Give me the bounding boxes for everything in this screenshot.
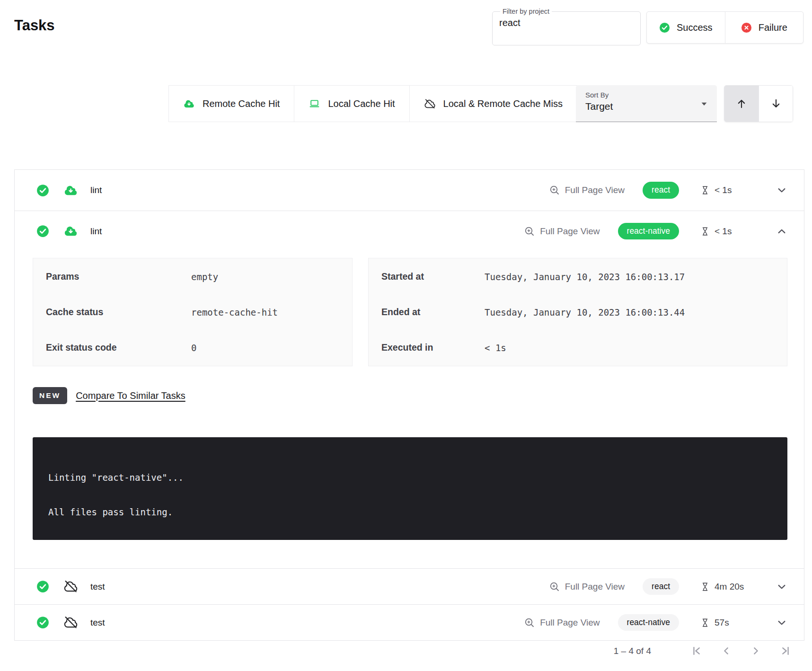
- executed-in-label: Executed in: [381, 342, 485, 353]
- pagination: 1 – 4 of 4: [614, 645, 792, 657]
- page-title: Tasks: [14, 17, 55, 34]
- status-success-icon: [36, 184, 49, 197]
- full-page-view-button[interactable]: Full Page View: [549, 581, 625, 592]
- task-detail-section: Params empty Cache status remote-cache-h…: [15, 251, 804, 568]
- check-circle-icon: [659, 22, 670, 33]
- started-at-value: Tuesday, January 10, 2023 16:00:13.17: [485, 272, 685, 282]
- task-row[interactable]: test Full Page View react-native 57s: [15, 604, 804, 640]
- hourglass-icon: [700, 185, 710, 195]
- remote-cache-hit-filter-button[interactable]: Remote Cache Hit: [168, 85, 294, 122]
- sort-ascending-button[interactable]: [724, 86, 759, 122]
- exit-code-value: 0: [191, 343, 196, 353]
- task-row-actions: Full Page View react-native 57s: [524, 614, 792, 631]
- task-row[interactable]: lint Full Page View react < 1s: [15, 170, 804, 211]
- zoom-in-icon: [524, 617, 535, 628]
- terminal-line: All files pass linting.: [48, 507, 787, 517]
- task-name: test: [90, 618, 105, 628]
- status-success-icon: [36, 580, 49, 593]
- hourglass-icon: [700, 226, 710, 237]
- success-filter-button[interactable]: Success: [647, 12, 725, 43]
- project-filter-label: Filter by project: [500, 8, 552, 15]
- cache-miss-icon: [63, 615, 78, 630]
- success-filter-label: Success: [677, 22, 713, 33]
- cache-miss-icon: [63, 579, 78, 594]
- task-row[interactable]: test Full Page View react 4m 20s: [15, 568, 804, 604]
- next-page-icon: [750, 645, 762, 657]
- pagination-range: 1 – 4 of 4: [614, 646, 651, 656]
- ended-at-row: Ended at Tuesday, January 10, 2023 16:00…: [381, 294, 787, 330]
- zoom-in-icon: [549, 581, 560, 592]
- zoom-in-icon: [524, 226, 535, 237]
- task-list: lint Full Page View react < 1s lint: [14, 169, 804, 641]
- hourglass-icon: [700, 618, 710, 628]
- exit-code-row: Exit status code 0: [46, 330, 352, 365]
- status-success-icon: [36, 616, 49, 629]
- remote-cache-hit-icon: [63, 183, 78, 198]
- task-name: lint: [90, 226, 102, 237]
- task-duration-value: < 1s: [715, 226, 732, 237]
- previous-page-icon: [720, 645, 733, 657]
- task-name: lint: [90, 185, 102, 195]
- x-circle-icon: [741, 22, 752, 33]
- task-duration-value: 57s: [715, 618, 729, 628]
- status-filter-group: Success Failure: [646, 11, 803, 44]
- task-duration-value: < 1s: [715, 185, 732, 195]
- sort-by-value: Target: [585, 101, 707, 112]
- ended-at-value: Tuesday, January 10, 2023 16:00:13.44: [485, 307, 685, 318]
- cache-filter-group: Remote Cache Hit Local Cache Hit Local &…: [168, 85, 577, 122]
- task-row-actions: Full Page View react 4m 20s: [549, 578, 792, 595]
- full-page-view-label: Full Page View: [565, 185, 625, 195]
- full-page-view-label: Full Page View: [565, 582, 625, 592]
- executed-in-value: < 1s: [485, 343, 506, 353]
- first-page-icon: [690, 645, 703, 657]
- chevron-down-icon: [776, 184, 788, 196]
- arrow-up-icon: [735, 97, 748, 110]
- task-row-actions: Full Page View react < 1s: [549, 182, 792, 199]
- params-value: empty: [191, 272, 218, 282]
- collapse-task-button[interactable]: [776, 225, 788, 238]
- failure-filter-button[interactable]: Failure: [725, 12, 803, 43]
- next-page-button[interactable]: [750, 645, 762, 657]
- cache-miss-filter-button[interactable]: Local & Remote Cache Miss: [410, 85, 577, 122]
- detail-spacer: [33, 540, 787, 568]
- sort-descending-button[interactable]: [759, 86, 793, 122]
- project-filter-field[interactable]: Filter by project: [492, 8, 641, 45]
- chevron-down-icon: [776, 581, 788, 593]
- local-cache-hit-filter-button[interactable]: Local Cache Hit: [294, 85, 409, 122]
- cache-status-value: remote-cache-hit: [191, 307, 278, 318]
- project-filter-input[interactable]: [499, 18, 634, 28]
- laptop-icon: [309, 98, 320, 110]
- expand-task-button[interactable]: [776, 617, 788, 629]
- sort-direction-group: [724, 85, 793, 122]
- expand-task-button[interactable]: [776, 581, 788, 593]
- expand-task-button[interactable]: [776, 184, 788, 196]
- cache-status-row: Cache status remote-cache-hit: [46, 294, 352, 330]
- full-page-view-button[interactable]: Full Page View: [524, 226, 600, 237]
- params-label: Params: [46, 271, 191, 282]
- task-duration: < 1s: [700, 226, 764, 237]
- full-page-view-label: Full Page View: [540, 226, 600, 237]
- caret-down-icon: [698, 97, 710, 110]
- started-at-label: Started at: [381, 271, 485, 282]
- previous-page-button[interactable]: [720, 645, 733, 657]
- terminal-output: Linting "react-native"... All files pass…: [33, 437, 787, 540]
- status-success-icon: [36, 225, 49, 238]
- cloud-slash-icon: [424, 98, 436, 110]
- remote-cache-hit-label: Remote Cache Hit: [203, 98, 280, 109]
- task-params-panel: Params empty Cache status remote-cache-h…: [33, 258, 353, 366]
- executed-in-row: Executed in < 1s: [381, 330, 787, 365]
- hourglass-icon: [700, 582, 710, 592]
- sort-by-select[interactable]: Sort By Target: [576, 85, 717, 122]
- first-page-button[interactable]: [690, 645, 703, 657]
- project-badge: react: [643, 578, 679, 595]
- full-page-view-button[interactable]: Full Page View: [549, 185, 625, 196]
- zoom-in-icon: [549, 185, 560, 196]
- full-page-view-button[interactable]: Full Page View: [524, 617, 600, 628]
- last-page-button[interactable]: [779, 645, 792, 657]
- task-row[interactable]: lint Full Page View react-native < 1s: [15, 211, 804, 251]
- exit-code-label: Exit status code: [46, 342, 191, 353]
- last-page-icon: [779, 645, 792, 657]
- compare-to-similar-tasks-link[interactable]: Compare To Similar Tasks: [76, 390, 185, 401]
- cache-miss-label: Local & Remote Cache Miss: [443, 98, 563, 109]
- task-name: test: [90, 582, 105, 592]
